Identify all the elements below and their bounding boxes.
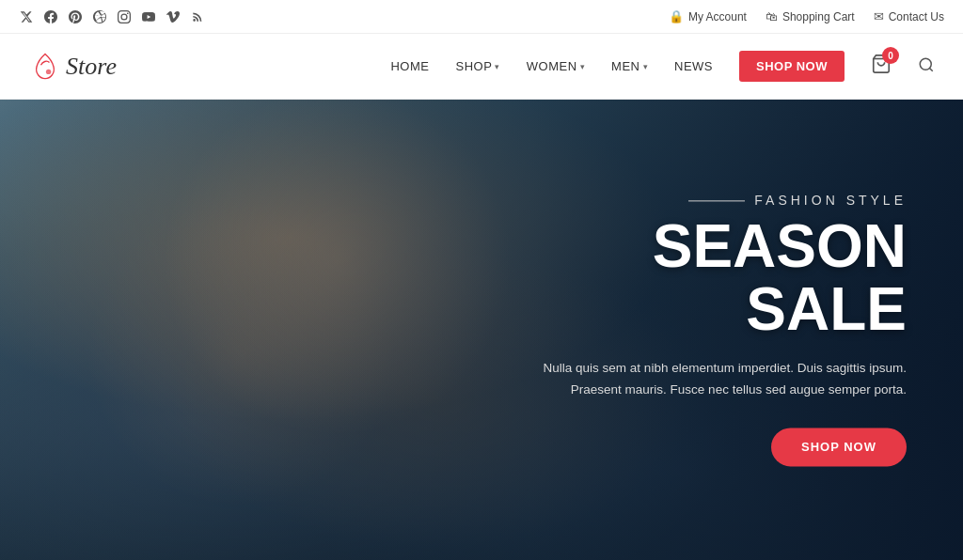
vimeo-icon[interactable] — [166, 9, 181, 24]
men-nav[interactable]: MEN ▾ — [611, 59, 648, 73]
cart-count: 0 — [882, 47, 899, 64]
hero-subtitle: FASHION STYLE — [512, 193, 907, 208]
shop-now-button[interactable]: SHOP NOW — [739, 51, 845, 82]
hero-description: Nulla quis sem at nibh elementum imperdi… — [512, 359, 907, 402]
my-account-label: My Account — [688, 10, 747, 23]
logo-text: Store — [66, 53, 117, 81]
hero-cta-button[interactable]: SHOP NOW — [771, 428, 907, 467]
youtube-icon[interactable] — [141, 9, 156, 24]
svg-point-2 — [920, 58, 931, 70]
dribbble-icon[interactable] — [92, 9, 107, 24]
search-button[interactable] — [918, 56, 935, 77]
logo[interactable]: Store — [28, 50, 117, 84]
account-links: 🔒 My Account 🛍 Shopping Cart ✉ Contact U… — [669, 9, 944, 23]
shopping-cart-label: Shopping Cart — [782, 10, 855, 23]
shop-dropdown-arrow: ▾ — [495, 62, 500, 71]
pinterest-icon[interactable] — [68, 9, 83, 24]
instagram-icon[interactable] — [117, 9, 132, 24]
home-nav[interactable]: HOME — [390, 59, 429, 73]
hero-desc-line2: Praesent mauris. Fusce nec tellus sed au… — [571, 383, 907, 397]
account-icon: 🔒 — [669, 9, 684, 23]
shop-nav[interactable]: SHOP ▾ — [455, 59, 499, 73]
my-account-link[interactable]: 🔒 My Account — [669, 9, 747, 23]
hero-title: SEASON SALE — [512, 215, 907, 341]
logo-icon — [28, 50, 62, 84]
contact-us-label: Contact Us — [889, 10, 944, 23]
main-nav: HOME SHOP ▾ WOMEN ▾ MEN ▾ NEWS SHOP NOW — [390, 51, 935, 82]
social-links — [19, 9, 205, 24]
facebook-icon[interactable] — [43, 9, 58, 24]
svg-point-0 — [46, 69, 51, 73]
hero-desc-line1: Nulla quis sem at nibh elementum imperdi… — [544, 362, 907, 376]
news-nav[interactable]: NEWS — [674, 59, 713, 73]
contact-us-link[interactable]: ✉ Contact Us — [874, 9, 944, 23]
hero-content: FASHION STYLE SEASON SALE Nulla quis sem… — [512, 193, 907, 466]
header: Store HOME SHOP ▾ WOMEN ▾ MEN ▾ NEWS SHO… — [0, 34, 963, 100]
men-dropdown-arrow: ▾ — [643, 62, 649, 71]
hero-section: FASHION STYLE SEASON SALE Nulla quis sem… — [0, 100, 963, 560]
cart-icon: 🛍 — [766, 9, 778, 23]
twitter-icon[interactable] — [19, 9, 34, 24]
top-bar: 🔒 My Account 🛍 Shopping Cart ✉ Contact U… — [0, 0, 963, 34]
women-dropdown-arrow: ▾ — [580, 62, 586, 71]
cart-button[interactable]: 0 — [871, 54, 892, 79]
mail-icon: ✉ — [874, 9, 884, 23]
women-nav[interactable]: WOMEN ▾ — [527, 59, 585, 73]
shopping-cart-link[interactable]: 🛍 Shopping Cart — [766, 9, 855, 23]
rss-icon[interactable] — [190, 9, 205, 24]
